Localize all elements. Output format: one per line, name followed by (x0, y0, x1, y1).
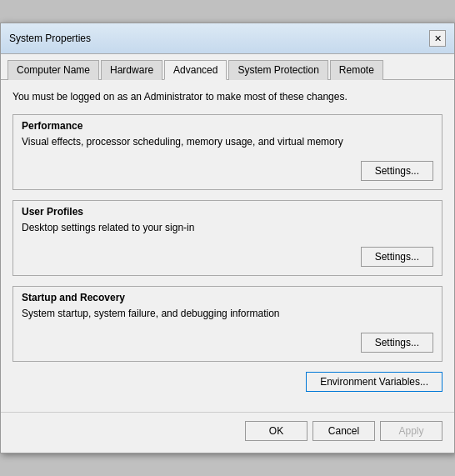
tab-system-protection[interactable]: System Protection (228, 60, 328, 80)
user-profiles-title: User Profiles (13, 201, 442, 219)
startup-recovery-description: System startup, system failure, and debu… (13, 305, 442, 329)
startup-recovery-title: Startup and Recovery (13, 287, 442, 305)
tab-hardware[interactable]: Hardware (101, 60, 162, 80)
user-profiles-description: Desktop settings related to your sign-in (13, 219, 442, 243)
performance-description: Visual effects, processor scheduling, me… (13, 133, 442, 158)
footer-button-row: OK Cancel Apply (1, 412, 454, 453)
startup-recovery-settings-button[interactable]: Settings... (361, 333, 433, 353)
user-profiles-settings-button[interactable]: Settings... (361, 247, 433, 267)
title-bar: System Properties ✕ (1, 23, 454, 54)
startup-recovery-section: Startup and Recovery System startup, sys… (12, 286, 442, 362)
environment-variables-button[interactable]: Environment Variables... (306, 372, 442, 392)
performance-settings-button[interactable]: Settings... (361, 161, 433, 181)
system-properties-window: System Properties ✕ Computer Name Hardwa… (0, 23, 455, 453)
tab-content: You must be logged on as an Administrato… (1, 80, 454, 411)
window-title: System Properties (9, 33, 91, 44)
startup-recovery-button-row: Settings... (13, 329, 442, 361)
cancel-button[interactable]: Cancel (312, 421, 375, 441)
close-button[interactable]: ✕ (429, 30, 446, 47)
user-profiles-section: User Profiles Desktop settings related t… (12, 200, 442, 276)
tab-computer-name[interactable]: Computer Name (8, 60, 99, 80)
performance-section: Performance Visual effects, processor sc… (12, 114, 442, 190)
env-variables-row: Environment Variables... (12, 372, 442, 402)
tab-remote[interactable]: Remote (330, 60, 383, 80)
performance-title: Performance (13, 115, 442, 133)
admin-notice: You must be logged on as an Administrato… (12, 90, 442, 104)
ok-button[interactable]: OK (245, 421, 308, 441)
apply-button[interactable]: Apply (380, 421, 442, 441)
tab-bar: Computer Name Hardware Advanced System P… (1, 54, 454, 80)
tab-advanced[interactable]: Advanced (164, 60, 227, 80)
user-profiles-button-row: Settings... (13, 243, 442, 275)
performance-button-row: Settings... (13, 158, 442, 189)
